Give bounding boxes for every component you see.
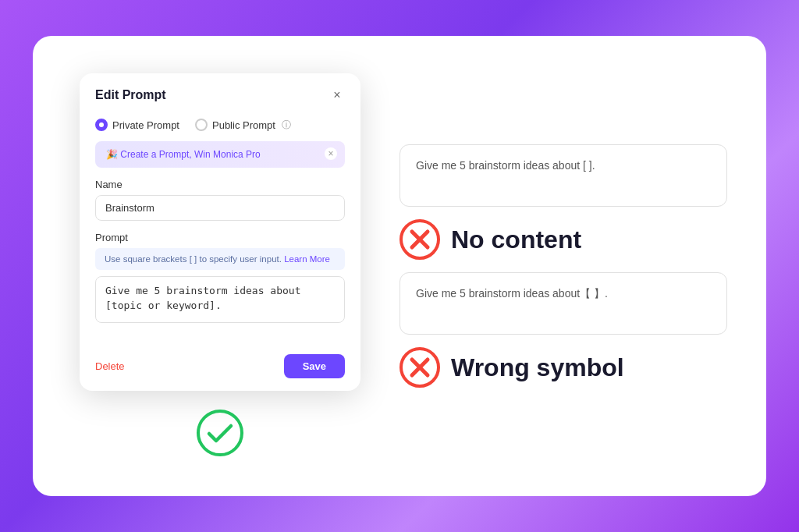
name-field-label: Name <box>95 179 345 190</box>
edit-prompt-dialog: Edit Prompt × Private Prompt Public Prom… <box>80 73 360 391</box>
public-prompt-option[interactable]: Public Prompt ⓘ <box>195 119 291 132</box>
private-prompt-option[interactable]: Private Prompt <box>95 119 179 131</box>
close-icon: × <box>333 88 340 102</box>
correct-example-box: Give me 5 brainstorm ideas about [ ]. <box>400 144 727 207</box>
main-card: Edit Prompt × Private Prompt Public Prom… <box>33 36 766 496</box>
right-panel: Give me 5 brainstorm ideas about [ ]. No… <box>400 144 727 388</box>
dialog-header: Edit Prompt × <box>80 73 360 112</box>
wrong-symbol-label: Wrong symbol <box>451 353 624 382</box>
correct-example-text: Give me 5 brainstorm ideas about [ ]. <box>416 159 595 172</box>
public-radio-button[interactable] <box>195 119 208 131</box>
public-prompt-label: Public Prompt <box>212 119 275 131</box>
no-content-error-row: No content <box>400 219 727 260</box>
wrong-symbol-error-icon <box>400 347 440 388</box>
hint-text: Use square brackets [ ] to specify user … <box>105 254 282 264</box>
visibility-radio-group: Private Prompt Public Prompt ⓘ <box>95 119 345 132</box>
dialog-footer: Delete Save <box>80 345 360 391</box>
promo-banner: 🎉 Create a Prompt, Win Monica Pro × <box>95 141 345 168</box>
learn-more-link[interactable]: Learn More <box>284 254 330 264</box>
close-button[interactable]: × <box>329 87 345 103</box>
no-content-error-icon <box>400 219 440 260</box>
wrong-example-box: Give me 5 brainstorm ideas about【 】. <box>400 272 727 335</box>
hint-box: Use square brackets [ ] to specify user … <box>95 248 345 270</box>
name-input[interactable] <box>95 195 345 221</box>
private-radio-button[interactable] <box>95 119 108 131</box>
prompt-field-label: Prompt <box>95 232 345 243</box>
prompt-textarea[interactable]: Give me 5 brainstorm ideas about [topic … <box>95 276 345 323</box>
dialog-title: Edit Prompt <box>95 88 166 102</box>
no-content-label: No content <box>451 225 581 254</box>
svg-point-0 <box>198 411 242 455</box>
wrong-symbol-error-row: Wrong symbol <box>400 347 727 388</box>
promo-close-button[interactable]: × <box>325 147 337 160</box>
wrong-example-text: Give me 5 brainstorm ideas about【 】. <box>416 287 608 300</box>
info-icon: ⓘ <box>282 119 291 132</box>
prompt-section: Prompt Use square brackets [ ] to specif… <box>95 232 345 326</box>
success-checkmark <box>197 391 243 459</box>
promo-text: 🎉 Create a Prompt, Win Monica Pro <box>106 149 261 160</box>
save-button[interactable]: Save <box>284 354 345 378</box>
delete-button[interactable]: Delete <box>95 360 125 372</box>
dialog-body: Private Prompt Public Prompt ⓘ 🎉 Create … <box>80 112 360 345</box>
private-prompt-label: Private Prompt <box>112 119 179 131</box>
left-panel: Edit Prompt × Private Prompt Public Prom… <box>72 73 368 459</box>
